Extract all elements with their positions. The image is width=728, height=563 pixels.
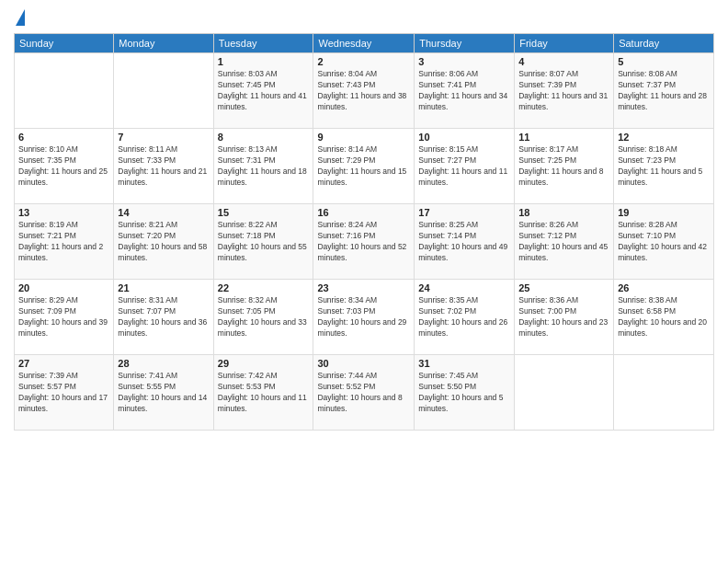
day-number: 8 (218, 132, 310, 143)
day-number: 5 (618, 56, 710, 67)
calendar-header-row: SundayMondayTuesdayWednesdayThursdayFrid… (15, 34, 714, 53)
calendar-cell (15, 53, 114, 129)
weekday-header: Tuesday (213, 34, 313, 53)
calendar-cell (114, 53, 213, 129)
day-info: Sunrise: 8:26 AM Sunset: 7:12 PM Dayligh… (518, 220, 609, 264)
day-info: Sunrise: 8:17 AM Sunset: 7:25 PM Dayligh… (518, 144, 609, 189)
day-info: Sunrise: 8:13 AM Sunset: 7:31 PM Dayligh… (218, 144, 310, 189)
day-info: Sunrise: 7:44 AM Sunset: 5:52 PM Dayligh… (317, 371, 410, 415)
calendar-cell: 10Sunrise: 8:15 AM Sunset: 7:27 PM Dayli… (415, 129, 515, 204)
calendar-cell: 20Sunrise: 8:29 AM Sunset: 7:09 PM Dayli… (15, 280, 114, 355)
day-info: Sunrise: 7:42 AM Sunset: 5:53 PM Dayligh… (218, 371, 310, 415)
day-number: 14 (118, 207, 209, 218)
day-info: Sunrise: 7:39 AM Sunset: 5:57 PM Dayligh… (18, 371, 109, 415)
day-info: Sunrise: 8:04 AM Sunset: 7:43 PM Dayligh… (317, 69, 410, 113)
day-number: 30 (317, 358, 410, 369)
calendar-cell: 27Sunrise: 7:39 AM Sunset: 5:57 PM Dayli… (15, 355, 114, 431)
calendar-cell: 24Sunrise: 8:35 AM Sunset: 7:02 PM Dayli… (415, 280, 515, 355)
calendar-week-row: 20Sunrise: 8:29 AM Sunset: 7:09 PM Dayli… (15, 280, 714, 355)
weekday-header: Friday (515, 34, 614, 53)
day-info: Sunrise: 8:06 AM Sunset: 7:41 PM Dayligh… (418, 69, 510, 113)
calendar-cell: 28Sunrise: 7:41 AM Sunset: 5:55 PM Dayli… (114, 355, 213, 431)
day-number: 2 (317, 56, 410, 67)
logo (14, 9, 25, 26)
day-number: 12 (618, 132, 710, 143)
header (14, 9, 714, 26)
day-number: 24 (418, 282, 510, 293)
calendar-week-row: 27Sunrise: 7:39 AM Sunset: 5:57 PM Dayli… (15, 355, 714, 431)
page: SundayMondayTuesdayWednesdayThursdayFrid… (0, 0, 728, 563)
day-number: 17 (418, 207, 510, 218)
calendar-cell: 4Sunrise: 8:07 AM Sunset: 7:39 PM Daylig… (515, 53, 614, 129)
day-number: 10 (418, 132, 510, 143)
calendar-cell: 14Sunrise: 8:21 AM Sunset: 7:20 PM Dayli… (114, 204, 213, 280)
day-number: 9 (317, 132, 410, 143)
day-number: 15 (218, 207, 310, 218)
calendar-cell: 23Sunrise: 8:34 AM Sunset: 7:03 PM Dayli… (313, 280, 415, 355)
day-info: Sunrise: 8:03 AM Sunset: 7:45 PM Dayligh… (218, 69, 310, 113)
day-info: Sunrise: 7:45 AM Sunset: 5:50 PM Dayligh… (418, 371, 510, 415)
logo-triangle-icon (16, 9, 25, 26)
day-number: 11 (518, 132, 609, 143)
calendar-cell: 11Sunrise: 8:17 AM Sunset: 7:25 PM Dayli… (515, 129, 614, 204)
calendar: SundayMondayTuesdayWednesdayThursdayFrid… (14, 33, 714, 431)
day-number: 6 (18, 132, 109, 143)
calendar-cell: 2Sunrise: 8:04 AM Sunset: 7:43 PM Daylig… (313, 53, 415, 129)
day-number: 28 (118, 358, 209, 369)
weekday-header: Sunday (15, 34, 114, 53)
day-number: 25 (518, 282, 609, 293)
calendar-cell: 3Sunrise: 8:06 AM Sunset: 7:41 PM Daylig… (415, 53, 515, 129)
calendar-cell: 1Sunrise: 8:03 AM Sunset: 7:45 PM Daylig… (213, 53, 313, 129)
day-info: Sunrise: 8:07 AM Sunset: 7:39 PM Dayligh… (518, 69, 609, 113)
day-info: Sunrise: 8:25 AM Sunset: 7:14 PM Dayligh… (418, 220, 510, 264)
calendar-cell: 26Sunrise: 8:38 AM Sunset: 6:58 PM Dayli… (614, 280, 714, 355)
day-info: Sunrise: 8:18 AM Sunset: 7:23 PM Dayligh… (618, 144, 710, 189)
day-info: Sunrise: 8:28 AM Sunset: 7:10 PM Dayligh… (618, 220, 710, 264)
calendar-week-row: 6Sunrise: 8:10 AM Sunset: 7:35 PM Daylig… (15, 129, 714, 204)
day-number: 16 (317, 207, 410, 218)
calendar-cell (614, 355, 714, 431)
day-number: 31 (418, 358, 510, 369)
calendar-cell: 6Sunrise: 8:10 AM Sunset: 7:35 PM Daylig… (15, 129, 114, 204)
weekday-header: Thursday (415, 34, 515, 53)
day-number: 18 (518, 207, 609, 218)
day-number: 13 (18, 207, 109, 218)
calendar-cell: 15Sunrise: 8:22 AM Sunset: 7:18 PM Dayli… (213, 204, 313, 280)
weekday-header: Saturday (614, 34, 714, 53)
calendar-body: 1Sunrise: 8:03 AM Sunset: 7:45 PM Daylig… (15, 53, 714, 431)
calendar-cell: 13Sunrise: 8:19 AM Sunset: 7:21 PM Dayli… (15, 204, 114, 280)
day-number: 29 (218, 358, 310, 369)
day-info: Sunrise: 8:15 AM Sunset: 7:27 PM Dayligh… (418, 144, 510, 189)
day-info: Sunrise: 8:24 AM Sunset: 7:16 PM Dayligh… (317, 220, 410, 264)
calendar-cell (515, 355, 614, 431)
calendar-cell: 17Sunrise: 8:25 AM Sunset: 7:14 PM Dayli… (415, 204, 515, 280)
day-number: 27 (18, 358, 109, 369)
day-info: Sunrise: 8:21 AM Sunset: 7:20 PM Dayligh… (118, 220, 209, 264)
calendar-cell: 19Sunrise: 8:28 AM Sunset: 7:10 PM Dayli… (614, 204, 714, 280)
day-info: Sunrise: 8:36 AM Sunset: 7:00 PM Dayligh… (518, 295, 609, 339)
calendar-cell: 12Sunrise: 8:18 AM Sunset: 7:23 PM Dayli… (614, 129, 714, 204)
day-number: 1 (218, 56, 310, 67)
day-info: Sunrise: 8:10 AM Sunset: 7:35 PM Dayligh… (18, 144, 109, 189)
day-number: 4 (518, 56, 609, 67)
day-number: 7 (118, 132, 209, 143)
day-number: 23 (317, 282, 410, 293)
day-number: 22 (218, 282, 310, 293)
day-info: Sunrise: 8:35 AM Sunset: 7:02 PM Dayligh… (418, 295, 510, 339)
day-info: Sunrise: 8:14 AM Sunset: 7:29 PM Dayligh… (317, 144, 410, 189)
calendar-cell: 18Sunrise: 8:26 AM Sunset: 7:12 PM Dayli… (515, 204, 614, 280)
calendar-cell: 16Sunrise: 8:24 AM Sunset: 7:16 PM Dayli… (313, 204, 415, 280)
calendar-cell: 25Sunrise: 8:36 AM Sunset: 7:00 PM Dayli… (515, 280, 614, 355)
day-info: Sunrise: 8:29 AM Sunset: 7:09 PM Dayligh… (18, 295, 109, 339)
day-number: 3 (418, 56, 510, 67)
day-info: Sunrise: 8:11 AM Sunset: 7:33 PM Dayligh… (118, 144, 209, 189)
calendar-week-row: 1Sunrise: 8:03 AM Sunset: 7:45 PM Daylig… (15, 53, 714, 129)
day-info: Sunrise: 8:22 AM Sunset: 7:18 PM Dayligh… (218, 220, 310, 264)
day-info: Sunrise: 8:38 AM Sunset: 6:58 PM Dayligh… (618, 295, 710, 339)
day-info: Sunrise: 8:32 AM Sunset: 7:05 PM Dayligh… (218, 295, 310, 339)
calendar-cell: 30Sunrise: 7:44 AM Sunset: 5:52 PM Dayli… (313, 355, 415, 431)
calendar-cell: 31Sunrise: 7:45 AM Sunset: 5:50 PM Dayli… (415, 355, 515, 431)
day-info: Sunrise: 8:08 AM Sunset: 7:37 PM Dayligh… (618, 69, 710, 113)
calendar-cell: 9Sunrise: 8:14 AM Sunset: 7:29 PM Daylig… (313, 129, 415, 204)
calendar-cell: 7Sunrise: 8:11 AM Sunset: 7:33 PM Daylig… (114, 129, 213, 204)
